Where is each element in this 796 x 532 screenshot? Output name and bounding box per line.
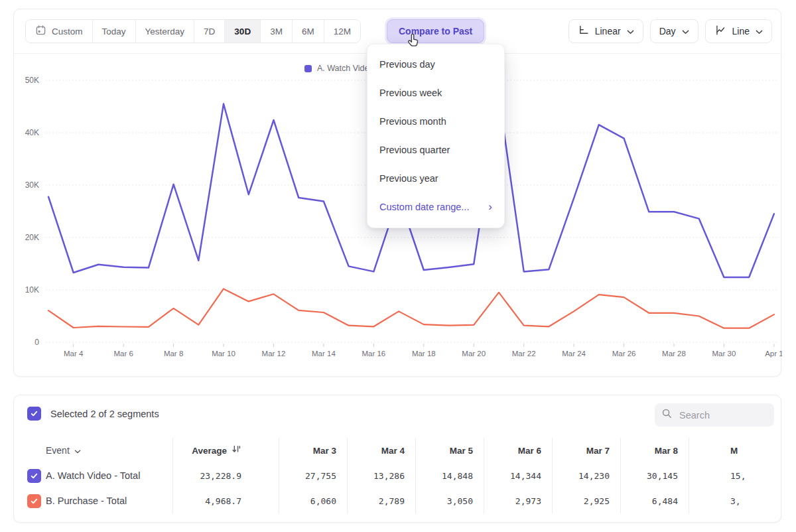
column-header-mar-3: Mar 3: [279, 438, 348, 463]
average-value-cell: 23,228.9: [173, 463, 279, 488]
segments-table-card: Selected 2 of 2 segments EventAverageMar…: [13, 395, 781, 523]
legend-item-a-watch-video[interactable]: A. Watch Video: [304, 64, 373, 73]
column-header-mar-7: Mar 7: [553, 438, 621, 463]
segment-checkbox[interactable]: [27, 494, 41, 508]
segment-cell: B. Purchase - Total: [14, 488, 173, 513]
svg-text:40K: 40K: [25, 128, 39, 137]
svg-text:Mar 28: Mar 28: [662, 350, 686, 358]
svg-text:Mar 20: Mar 20: [462, 350, 486, 358]
menu-item-previous-week[interactable]: Previous week: [367, 78, 504, 107]
column-header-mar-6: Mar 6: [484, 438, 553, 463]
column-header-average[interactable]: Average: [173, 438, 279, 463]
column-header-label: Average: [192, 446, 227, 456]
table-row: A. Watch Video - Total23,228.927,75513,2…: [14, 463, 781, 488]
menu-item-previous-day[interactable]: Previous day: [367, 50, 504, 78]
search-input[interactable]: [678, 409, 763, 421]
column-header-mar-4: Mar 4: [348, 438, 416, 463]
selected-segments-label: Selected 2 of 2 segments: [50, 409, 159, 419]
value-cell: 14,848: [416, 463, 484, 488]
select-all-checkbox[interactable]: [27, 407, 41, 421]
svg-text:20K: 20K: [25, 233, 39, 242]
search-box: [655, 403, 774, 427]
svg-text:50K: 50K: [25, 76, 39, 85]
sort-descending-icon: [227, 444, 241, 456]
value-cell: 2,925: [553, 488, 621, 513]
segment-cell: A. Watch Video - Total: [14, 463, 173, 488]
svg-text:Mar 4: Mar 4: [64, 350, 84, 358]
menu-item-previous-month[interactable]: Previous month: [367, 107, 504, 135]
legend-label: A. Watch Video: [317, 64, 373, 73]
svg-text:30K: 30K: [25, 180, 39, 190]
menu-item-label: Custom date range...: [379, 202, 469, 212]
search-icon: [661, 408, 673, 422]
column-header-clipped: M: [689, 438, 781, 463]
svg-text:Mar 24: Mar 24: [562, 350, 586, 358]
svg-text:Mar 16: Mar 16: [362, 350, 385, 358]
svg-text:Mar 8: Mar 8: [164, 350, 183, 358]
chevron-right-icon: ›: [488, 201, 492, 212]
average-value-cell: 4,968.7: [173, 488, 279, 513]
value-cell: 13,286: [348, 463, 416, 488]
column-header-mar-5: Mar 5: [416, 438, 484, 463]
table-row: B. Purchase - Total4,968.76,0602,7893,05…: [14, 488, 781, 513]
compare-to-past-menu: Previous dayPrevious weekPrevious monthP…: [367, 44, 505, 228]
segment-checkbox[interactable]: [27, 469, 41, 483]
svg-text:Mar 22: Mar 22: [512, 350, 536, 358]
menu-item-custom-date-range[interactable]: Custom date range...›: [367, 192, 504, 221]
svg-text:Mar 26: Mar 26: [612, 350, 636, 358]
table-header-row: EventAverageMar 3Mar 4Mar 5Mar 6Mar 7Mar…: [14, 438, 781, 463]
menu-item-previous-quarter[interactable]: Previous quarter: [367, 135, 504, 164]
column-header-mar-8: Mar 8: [621, 438, 689, 463]
segments-table: EventAverageMar 3Mar 4Mar 5Mar 6Mar 7Mar…: [14, 438, 781, 513]
value-cell: 14,344: [484, 463, 553, 488]
segment-label: A. Watch Video - Total: [46, 470, 140, 481]
svg-text:Mar 12: Mar 12: [262, 350, 286, 358]
value-cell-clipped: 15,: [689, 463, 781, 488]
value-cell: 30,145: [621, 463, 689, 488]
menu-item-previous-year[interactable]: Previous year: [367, 164, 504, 192]
value-cell: 27,755: [279, 463, 348, 488]
column-header-event[interactable]: Event: [14, 438, 173, 463]
legend-swatch: [304, 65, 312, 72]
svg-text:Mar 10: Mar 10: [212, 350, 235, 358]
value-cell-clipped: 3,: [689, 488, 781, 513]
value-cell: 2,973: [484, 488, 553, 513]
value-cell: 3,050: [416, 488, 484, 513]
svg-text:Apr 1: Apr 1: [765, 350, 782, 358]
value-cell: 14,230: [553, 463, 621, 488]
svg-text:10K: 10K: [25, 285, 39, 295]
value-cell: 6,484: [621, 488, 689, 513]
analytics-page: CustomTodayYesterday7D30D3M6M12M Compare…: [0, 0, 796, 532]
svg-text:Mar 18: Mar 18: [412, 350, 436, 358]
svg-text:Mar 14: Mar 14: [312, 350, 336, 358]
svg-text:0: 0: [34, 338, 39, 347]
column-header-label: Event: [46, 445, 70, 456]
svg-text:Mar 30: Mar 30: [712, 350, 736, 358]
chevron-down-icon: [74, 445, 81, 456]
value-cell: 6,060: [279, 488, 348, 513]
segment-label: B. Purchase - Total: [46, 496, 127, 506]
value-cell: 2,789: [348, 488, 416, 513]
svg-text:Mar 6: Mar 6: [113, 350, 133, 358]
